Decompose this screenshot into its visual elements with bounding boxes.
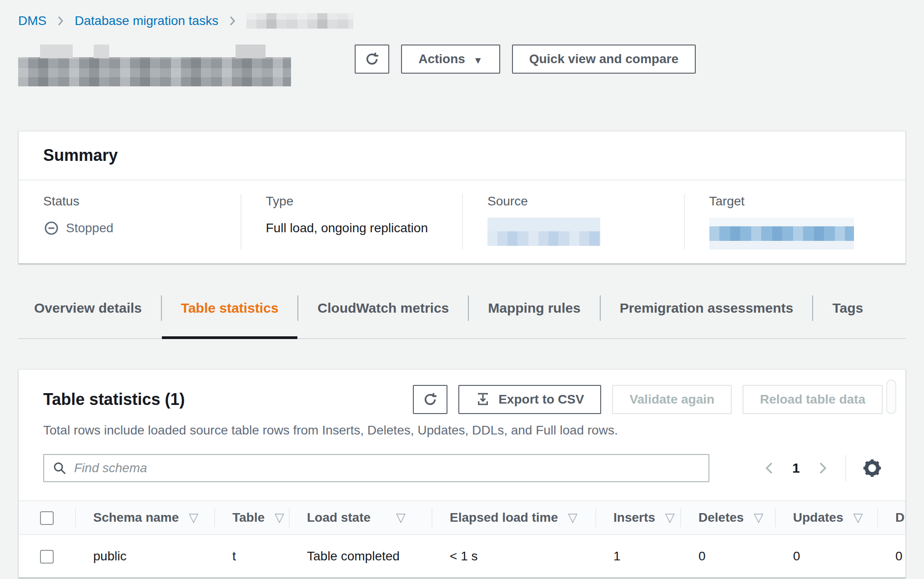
tab-mapping-rules[interactable]: Mapping rules: [469, 295, 599, 338]
sort-icon[interactable]: ▽: [665, 511, 675, 524]
type-value: Full load, ongoing replication: [266, 218, 442, 239]
breadcrumb-link-dms[interactable]: DMS: [18, 14, 46, 28]
summary-type: Type Full load, ongoing replication: [241, 194, 462, 250]
refresh-button[interactable]: [355, 45, 389, 74]
export-to-csv-button[interactable]: Export to CSV: [458, 385, 601, 414]
column-header-deletes[interactable]: Deletes▽: [680, 501, 775, 534]
target-label: Target: [709, 194, 886, 209]
tab-bar: Overview details Table statistics CloudW…: [18, 295, 906, 339]
header-actions: Actions ▼ Quick view and compare: [355, 45, 696, 74]
tab-tags[interactable]: Tags: [813, 295, 882, 338]
actions-button[interactable]: Actions ▼: [401, 45, 500, 74]
summary-grid: Status Stopped Type Full load, ongoing r…: [19, 180, 905, 263]
table-statistics-panel: Table statistics (1) Export to CSV Valid…: [18, 369, 906, 578]
table-statistics-table: Schema name▽ Table▽ Load state▽ Elapsed …: [19, 500, 906, 577]
pagination-next-button[interactable]: [815, 460, 830, 476]
table-preferences-button[interactable]: [862, 458, 883, 479]
cell-deletes: 0: [680, 534, 775, 577]
breadcrumb: DMS Database migration tasks: [18, 13, 906, 29]
cell-table: t: [214, 534, 289, 577]
source-value-redacted[interactable]: [487, 218, 600, 246]
tab-cloudwatch-metrics[interactable]: CloudWatch metrics: [298, 295, 468, 338]
table-statistics-title: Table statistics (1): [43, 390, 185, 409]
stopped-circle-minus-icon: [43, 220, 60, 236]
refresh-icon: [422, 391, 438, 408]
table-refresh-button[interactable]: [413, 385, 447, 414]
column-header-schema-name[interactable]: Schema name▽: [75, 501, 214, 534]
table-header-row: Schema name▽ Table▽ Load state▽ Elapsed …: [19, 501, 906, 534]
tab-table-statistics[interactable]: Table statistics: [162, 295, 298, 338]
table-statistics-actions: Export to CSV Validate again Reload tabl…: [413, 385, 883, 414]
breadcrumb-link-tasks[interactable]: Database migration tasks: [75, 14, 218, 28]
task-name-redacted: [18, 57, 291, 86]
table-toolbar: 1: [19, 454, 905, 482]
page: DMS Database migration tasks Actions ▼: [0, 0, 924, 578]
summary-target: Target: [684, 194, 906, 250]
gear-icon: [862, 458, 883, 479]
column-header-load-state[interactable]: Load state▽: [289, 501, 432, 534]
validate-again-button[interactable]: Validate again: [612, 385, 732, 414]
status-value: Stopped: [43, 218, 221, 239]
sort-icon[interactable]: ▽: [568, 511, 578, 524]
cell-ddls: 0: [877, 534, 906, 577]
cell-inserts: 1: [595, 534, 680, 577]
summary-title: Summary: [43, 146, 881, 165]
schema-search-box: [43, 454, 709, 482]
search-input[interactable]: [74, 461, 700, 475]
cell-load-state: Table completed: [289, 534, 432, 577]
column-header-ddls[interactable]: DDLs: [877, 501, 906, 534]
pagination-divider: [845, 455, 846, 481]
refresh-icon: [364, 51, 380, 67]
table-statistics-header: Table statistics (1) Export to CSV Valid…: [19, 385, 905, 414]
sort-icon[interactable]: ▽: [754, 511, 763, 524]
cell-elapsed-load-time: < 1 s: [432, 534, 595, 577]
cell-schema-name: public: [75, 534, 214, 577]
breadcrumb-chevron-icon: [227, 15, 237, 27]
search-icon: [52, 461, 67, 475]
tab-premigration-assessments[interactable]: Premigration assessments: [601, 295, 813, 338]
row-checkbox[interactable]: [40, 550, 54, 564]
sort-icon[interactable]: ▽: [275, 511, 284, 524]
summary-header: Summary: [19, 131, 905, 180]
column-header-inserts[interactable]: Inserts▽: [595, 501, 680, 534]
tab-overview-details[interactable]: Overview details: [18, 295, 161, 338]
sort-icon[interactable]: ▽: [396, 511, 406, 524]
download-tray-icon: [476, 392, 490, 407]
reload-table-data-button[interactable]: Reload table data: [743, 385, 883, 414]
breadcrumb-current-redacted: [246, 13, 353, 29]
source-label: Source: [487, 194, 664, 209]
breadcrumb-chevron-icon: [55, 15, 65, 27]
select-all-checkbox[interactable]: [40, 511, 54, 525]
target-value-redacted[interactable]: [709, 218, 854, 250]
quick-view-compare-button[interactable]: Quick view and compare: [512, 45, 696, 74]
table-statistics-description: Total rows include loaded source table r…: [19, 423, 905, 438]
table-row: public t Table completed < 1 s 1 0 0 0: [19, 534, 906, 577]
column-header-table[interactable]: Table▽: [214, 501, 289, 534]
status-label: Status: [43, 194, 221, 209]
caret-down-icon: ▼: [473, 55, 483, 65]
sort-icon[interactable]: ▽: [853, 511, 863, 524]
chevron-left-icon: [762, 460, 777, 476]
page-header: Actions ▼ Quick view and compare: [18, 45, 906, 95]
summary-panel: Summary Status Stopped Type Full load, o…: [18, 131, 906, 264]
pagination: 1: [762, 455, 883, 481]
cell-updates: 0: [775, 534, 877, 577]
column-header-updates[interactable]: Updates▽: [775, 501, 877, 534]
sort-icon[interactable]: ▽: [189, 511, 198, 524]
scrollbar-thumb[interactable]: [886, 379, 896, 414]
column-header-elapsed-load-time[interactable]: Elapsed load time▽: [432, 501, 595, 534]
type-label: Type: [266, 194, 442, 209]
summary-status: Status Stopped: [19, 194, 241, 250]
summary-source: Source: [462, 194, 684, 250]
chevron-right-icon: [815, 460, 830, 476]
pagination-prev-button[interactable]: [762, 460, 777, 476]
pagination-current-page: 1: [792, 460, 800, 476]
